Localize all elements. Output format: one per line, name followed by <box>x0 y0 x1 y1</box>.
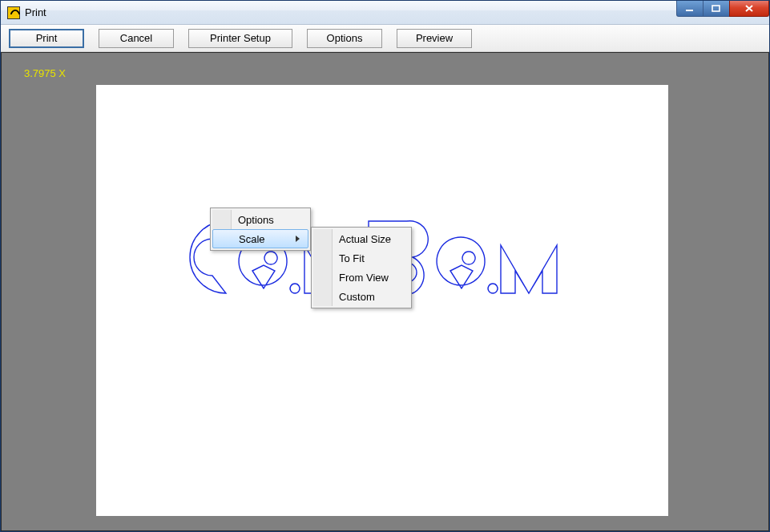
print-button-label: Print <box>36 32 58 44</box>
options-button-label: Options <box>327 32 363 44</box>
scale-custom[interactable]: Custom <box>313 287 409 306</box>
toolbar: Print Cancel Printer Setup Options Previ… <box>1 25 769 52</box>
maximize-icon <box>712 5 721 13</box>
scale-from-view-label: From View <box>339 272 389 284</box>
close-icon <box>744 4 755 13</box>
scale-actual-size[interactable]: Actual Size <box>313 229 409 248</box>
submenu-arrow-icon <box>296 236 300 242</box>
printer-setup-button[interactable]: Printer Setup <box>188 29 292 48</box>
scale-from-view[interactable]: From View <box>313 268 409 287</box>
options-button[interactable]: Options <box>307 29 382 48</box>
scale-to-fit-label: To Fit <box>339 252 365 264</box>
preview-button-label: Preview <box>416 32 453 44</box>
svg-rect-1 <box>712 6 720 11</box>
preview-workspace[interactable]: 3.7975 X <box>1 52 769 531</box>
cancel-button-label: Cancel <box>120 32 152 44</box>
minimize-icon <box>685 5 695 13</box>
svg-rect-0 <box>686 10 693 11</box>
scale-submenu: Actual Size To Fit From View Custom <box>311 227 412 308</box>
preview-button[interactable]: Preview <box>397 29 472 48</box>
titlebar: Print <box>1 1 769 25</box>
window-title: Print <box>25 6 46 18</box>
context-menu-options-label: Options <box>238 214 274 226</box>
app-icon <box>7 6 20 19</box>
context-menu-scale[interactable]: Scale <box>212 229 308 248</box>
cancel-button[interactable]: Cancel <box>99 29 174 48</box>
window-controls <box>677 1 769 17</box>
scale-custom-label: Custom <box>339 291 375 303</box>
printer-setup-button-label: Printer Setup <box>210 32 271 44</box>
context-menu-options[interactable]: Options <box>212 210 308 229</box>
print-button[interactable]: Print <box>9 29 84 48</box>
maximize-button[interactable] <box>703 1 730 17</box>
context-menu: Options Scale <box>210 208 311 251</box>
scale-actual-size-label: Actual Size <box>339 233 391 245</box>
scale-to-fit[interactable]: To Fit <box>313 248 409 268</box>
print-dialog-window: Print Print Cancel Printer Setup <box>0 0 770 532</box>
minimize-button[interactable] <box>676 1 703 17</box>
context-menu-scale-label: Scale <box>239 233 265 245</box>
zoom-display: 3.7975 X <box>24 67 66 79</box>
close-button[interactable] <box>729 1 769 17</box>
